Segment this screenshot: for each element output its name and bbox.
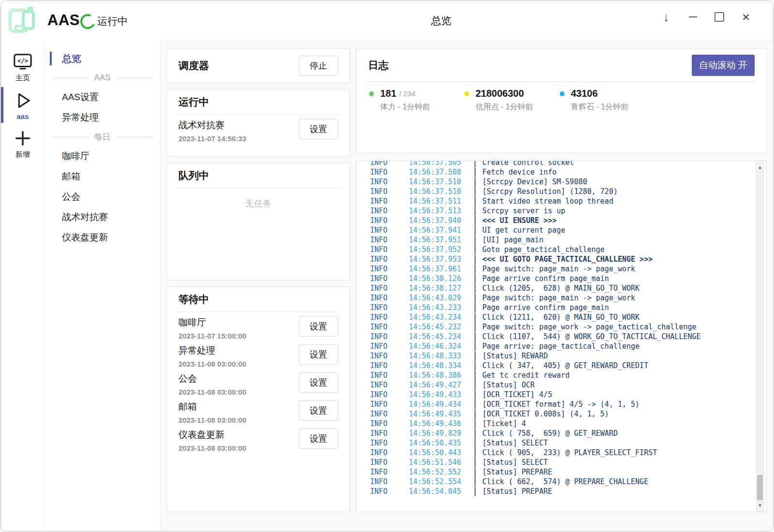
waiting-task-row: 咖啡厅2023-11-07 15:00:00设置 bbox=[167, 312, 350, 340]
log-column-separator bbox=[475, 448, 476, 458]
log-message: [Ticket] 4 bbox=[482, 419, 526, 428]
log-line: INFO14:56:37.961Page switch: page_main -… bbox=[357, 264, 766, 274]
log-message: [Status] REWARD bbox=[482, 352, 548, 360]
log-panel: 日志 自动滚动 开 181/ 234体力 - 1分钟前218006300信用点 … bbox=[356, 48, 767, 153]
log-scrollbar[interactable]: ▲ ▼ bbox=[756, 161, 764, 512]
log-line: INFO14:56:49.434[OCR_TICKET format] 4/5 … bbox=[357, 399, 766, 409]
task-info: 公会2023-11-08 03:00:00 bbox=[179, 372, 246, 396]
log-time: 14:56:52.554 bbox=[409, 477, 468, 486]
log-message: Page switch: page_main -> page_work bbox=[482, 294, 635, 302]
download-button[interactable]: ↓ bbox=[655, 6, 677, 28]
log-stat: 43106青辉石 - 1分钟前 bbox=[560, 88, 655, 112]
minimize-button[interactable] bbox=[682, 6, 703, 28]
scheduler-panel: 调度器 停止 bbox=[166, 48, 350, 83]
stat-label: 信用点 - 1分钟前 bbox=[476, 102, 560, 112]
log-level: INFO bbox=[370, 265, 409, 273]
task-settings-button[interactable]: 设置 bbox=[298, 429, 338, 449]
log-column-separator bbox=[475, 361, 476, 370]
log-lines: INFO14:56:37.505Create control socketINF… bbox=[357, 161, 766, 496]
log-column-separator bbox=[475, 294, 476, 303]
stat-value-row: 181/ 234 bbox=[369, 88, 464, 99]
task-name: 邮箱 bbox=[179, 400, 246, 413]
log-time: 14:56:52.552 bbox=[409, 468, 468, 476]
task-time: 2023-11-08 03:00:00 bbox=[179, 444, 246, 452]
log-column-separator bbox=[475, 468, 476, 477]
log-column-separator bbox=[475, 390, 476, 399]
log-line: INFO14:56:37.951[UI] page_main bbox=[357, 235, 766, 245]
queue-panel: 队列中 无任务 bbox=[166, 163, 350, 281]
menu-item-exception-handling[interactable]: 异常处理 bbox=[45, 107, 160, 128]
icon-rail: </>主页aas新增 bbox=[1, 40, 45, 531]
running-settings-button[interactable]: 设置 bbox=[298, 119, 338, 139]
log-time: 14:56:46.324 bbox=[409, 342, 468, 351]
log-level: INFO bbox=[370, 313, 409, 322]
log-level: INFO bbox=[370, 487, 409, 496]
autoscroll-toggle-button[interactable]: 自动滚动 开 bbox=[692, 55, 755, 76]
download-icon: ↓ bbox=[663, 11, 670, 23]
log-time: 14:56:37.953 bbox=[409, 255, 468, 264]
log-output[interactable]: INFO14:56:37.505Create control socketINF… bbox=[356, 161, 767, 512]
log-line: INFO14:56:43.029Page switch: page_main -… bbox=[357, 293, 766, 303]
rail-item-home[interactable]: </>主页 bbox=[1, 47, 45, 86]
log-line: INFO14:56:38.127Click (1205, 628) @ MAIN… bbox=[357, 283, 766, 293]
task-name: 咖啡厅 bbox=[179, 316, 246, 329]
log-level: INFO bbox=[370, 245, 409, 254]
task-settings-button[interactable]: 设置 bbox=[298, 344, 338, 365]
log-line: INFO14:56:37.940<<< UI ENSURE >>> bbox=[357, 216, 766, 225]
log-line: INFO14:56:43.233Page arrive confirm page… bbox=[357, 303, 766, 312]
stop-button[interactable]: 停止 bbox=[298, 56, 338, 76]
log-time: 14:56:45.232 bbox=[409, 323, 468, 331]
log-level: INFO bbox=[370, 468, 409, 476]
menu-item-mailbox[interactable]: 邮箱 bbox=[45, 166, 160, 187]
log-level: INFO bbox=[370, 448, 409, 457]
main-content: 调度器 停止 运行中 战术对抗赛 2023-11-07 14:56:33 设置 … bbox=[161, 40, 773, 531]
log-time: 14:56:43.234 bbox=[409, 313, 468, 322]
log-message: Start video stream loop thread bbox=[482, 197, 613, 206]
play-icon bbox=[1, 90, 45, 111]
log-line: INFO14:56:52.552[Status] PREPARE bbox=[357, 467, 766, 477]
menu-item-dashboard-update[interactable]: 仪表盘更新 bbox=[45, 227, 160, 248]
waiting-panel: 等待中 咖啡厅2023-11-07 15:00:00设置异常处理2023-11-… bbox=[166, 286, 350, 512]
log-column-separator bbox=[475, 197, 476, 206]
log-level: INFO bbox=[370, 187, 409, 196]
log-message: Get tc credit reward bbox=[482, 371, 570, 380]
log-time: 14:56:49.435 bbox=[409, 410, 468, 418]
log-message: Page arrive: page_tactical_challenge bbox=[482, 342, 640, 351]
menu-item-overview[interactable]: 总览 bbox=[45, 48, 160, 69]
log-column-separator bbox=[475, 419, 476, 429]
log-message: Click ( 347, 405) @ GET_REWARD_CREDIT bbox=[482, 361, 648, 370]
log-line: INFO14:56:54.045[Status] PREPARE bbox=[357, 487, 766, 496]
scrollbar-thumb[interactable] bbox=[757, 475, 763, 500]
close-button[interactable]: ✕ bbox=[735, 6, 757, 28]
scroll-up-icon[interactable]: ▲ bbox=[756, 165, 764, 170]
log-level: INFO bbox=[370, 332, 409, 341]
task-settings-button[interactable]: 设置 bbox=[298, 372, 338, 393]
menu-item-aas-settings[interactable]: AAS设置 bbox=[45, 87, 160, 107]
log-message: [Status] OCR bbox=[482, 381, 535, 389]
log-time: 14:56:49.436 bbox=[409, 419, 468, 428]
log-message: Page switch: page_work -> page_tactical_… bbox=[482, 323, 697, 331]
running-status-text: 运行中 bbox=[97, 15, 128, 28]
log-message: [Status] SELECT bbox=[482, 439, 548, 447]
log-level: INFO bbox=[370, 284, 409, 293]
task-settings-button[interactable]: 设置 bbox=[298, 316, 338, 337]
log-time: 14:56:37.961 bbox=[409, 265, 468, 273]
log-time: 14:56:37.941 bbox=[409, 226, 468, 235]
log-time: 14:56:48.386 bbox=[409, 371, 468, 380]
task-info: 异常处理2023-11-08 03:00:00 bbox=[179, 344, 246, 368]
log-line: INFO14:56:37.952Goto page_tactical_chall… bbox=[357, 245, 766, 254]
task-settings-button[interactable]: 设置 bbox=[298, 400, 338, 421]
rail-item-new[interactable]: 新增 bbox=[1, 124, 45, 163]
log-time: 14:56:45.234 bbox=[409, 332, 468, 341]
menu-item-guild[interactable]: 公会 bbox=[45, 187, 160, 207]
rail-item-aas[interactable]: aas bbox=[1, 86, 45, 124]
log-time: 14:56:49.427 bbox=[409, 381, 468, 389]
maximize-button[interactable] bbox=[709, 6, 730, 28]
scroll-down-icon[interactable]: ▼ bbox=[756, 503, 764, 508]
log-time: 14:56:54.045 bbox=[409, 487, 468, 496]
menu-item-tactical-challenge[interactable]: 战术对抗赛 bbox=[45, 207, 160, 227]
log-time: 14:56:37.951 bbox=[409, 236, 468, 244]
close-icon: ✕ bbox=[742, 12, 750, 22]
menu-item-coffee-shop[interactable]: 咖啡厅 bbox=[45, 146, 160, 166]
divider-line bbox=[51, 137, 89, 137]
